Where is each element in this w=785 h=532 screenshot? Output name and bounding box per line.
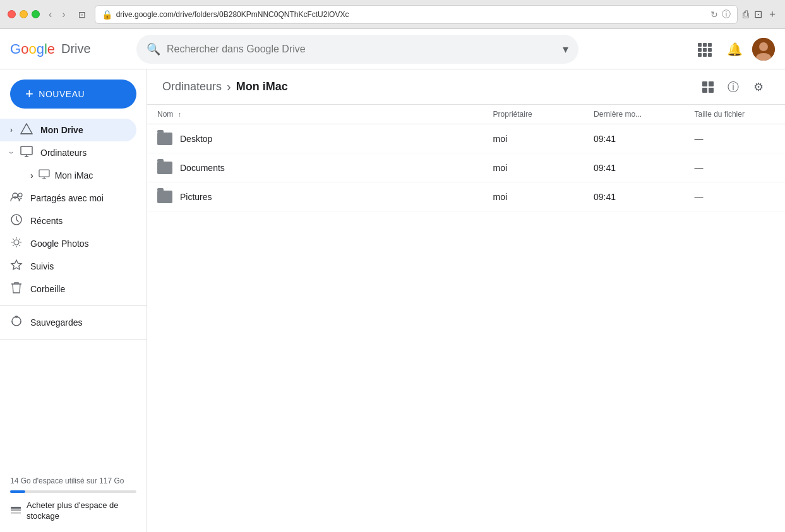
sidebar-item-starred[interactable]: Suivis [0, 255, 136, 278]
google-drive-app: Google Drive 🔍 ▾ [0, 29, 785, 532]
sidebar-item-recent[interactable]: Récents [0, 210, 136, 232]
content-area: Ordinateurs › Mon iMac ⓘ [147, 69, 785, 532]
file-table: Nom ↑ Propriétaire Dernière mo... Taille… [147, 105, 785, 211]
info-icon: ⓘ [728, 80, 739, 95]
file-list: Nom ↑ Propriétaire Dernière mo... Taille… [147, 105, 785, 532]
file-table-body: Desktop moi 09:41 — Documents [147, 124, 785, 211]
browser-actions: ⎙ ⊡ ＋ [743, 8, 777, 21]
svg-point-6 [18, 193, 22, 197]
col-header-modified[interactable]: Dernière mo... [584, 105, 684, 124]
my-imac-label: Mon iMac [55, 170, 93, 180]
buy-storage-link[interactable]: Acheter plus d'espace de stockage [0, 498, 147, 527]
reading-list-button[interactable]: ⊡ [754, 8, 762, 20]
settings-button[interactable]: ⚙ [747, 76, 770, 98]
search-dropdown-icon[interactable]: ▾ [563, 42, 568, 56]
backups-label: Sauvegardes [30, 317, 126, 328]
sidebar-item-my-imac[interactable]: › Mon iMac [0, 164, 136, 187]
svg-point-1 [759, 42, 768, 51]
folder-icon [157, 162, 172, 174]
new-tab-button[interactable]: ＋ [767, 8, 777, 21]
file-size: — [685, 124, 785, 153]
url-text: drive.google.com/drive/folders/0B280KPmN… [116, 10, 707, 19]
computers-expand-icon: › [7, 151, 16, 154]
file-name-cell: Pictures [157, 191, 473, 203]
svg-rect-11 [11, 512, 21, 514]
traffic-lights [8, 10, 40, 18]
grid-view-button[interactable] [697, 76, 719, 98]
info-icon[interactable]: ⓘ [722, 9, 731, 20]
folder-icon [157, 191, 172, 203]
file-size: — [685, 182, 785, 211]
file-name: Pictures [180, 192, 212, 202]
info-button[interactable]: ⓘ [722, 76, 745, 98]
storage-area: 14 Go d'espace utilisé sur 117 Go [0, 466, 147, 498]
computers-label: Ordinateurs [40, 148, 126, 158]
sidebar-item-computers[interactable]: › Ordinateurs [0, 141, 136, 164]
table-row[interactable]: Desktop moi 09:41 — [147, 124, 785, 153]
apps-button[interactable] [692, 37, 717, 62]
sidebar-item-backups[interactable]: Sauvegardes [0, 311, 136, 334]
back-button[interactable]: ‹ [45, 8, 56, 21]
file-name: Desktop [180, 134, 212, 144]
search-input[interactable] [167, 44, 556, 55]
my-imac-icon [39, 169, 50, 182]
sidebar-item-shared[interactable]: Partagés avec moi [0, 187, 136, 210]
bell-icon: 🔔 [727, 42, 743, 57]
sidebar-divider-2 [0, 339, 147, 340]
close-window-button[interactable] [8, 10, 16, 18]
forward-button[interactable]: › [58, 8, 69, 21]
share-button[interactable]: ⎙ [743, 9, 749, 20]
table-row[interactable]: Pictures moi 09:41 — [147, 182, 785, 211]
grid-view-icon [702, 81, 714, 93]
svg-rect-3 [21, 146, 32, 155]
storage-bar-background [10, 490, 136, 493]
content-header: Ordinateurs › Mon iMac ⓘ [147, 69, 785, 105]
my-drive-expand-icon: › [10, 126, 13, 134]
shared-icon [10, 192, 23, 205]
settings-icon: ⚙ [753, 80, 764, 94]
file-modified: 09:41 [584, 124, 684, 153]
trash-icon [10, 281, 23, 297]
file-name: Documents [180, 163, 225, 173]
notifications-button[interactable]: 🔔 [722, 37, 747, 62]
search-icon: 🔍 [147, 42, 160, 56]
buy-storage-icon [10, 505, 21, 517]
starred-label: Suivis [30, 261, 126, 271]
address-bar[interactable]: 🔒 drive.google.com/drive/folders/0B280KP… [95, 5, 738, 24]
new-button[interactable]: + NOUVEAU [10, 80, 136, 109]
svg-rect-10 [11, 509, 21, 511]
reload-icon[interactable]: ↻ [710, 9, 718, 20]
svg-rect-4 [39, 170, 49, 177]
folder-icon [157, 133, 172, 145]
sidebar-item-trash[interactable]: Corbeille [0, 278, 136, 300]
my-drive-label: Mon Drive [40, 125, 126, 135]
secure-icon: 🔒 [102, 9, 112, 20]
recent-label: Récents [30, 216, 126, 226]
sort-icon: ↑ [178, 110, 182, 118]
starred-icon [10, 259, 23, 275]
sidebar-item-photos[interactable]: Google Photos [0, 232, 136, 255]
file-owner: moi [483, 182, 584, 211]
file-owner: moi [483, 124, 584, 153]
reader-mode-button[interactable]: ⊡ [75, 8, 90, 21]
main-content: + NOUVEAU › Mon Drive › [0, 69, 785, 532]
search-bar: 🔍 ▾ [136, 35, 578, 64]
new-plus-icon: + [25, 86, 33, 102]
file-table-header: Nom ↑ Propriétaire Dernière mo... Taille… [147, 105, 785, 124]
col-header-name[interactable]: Nom ↑ [147, 105, 483, 124]
photos-icon [10, 236, 23, 252]
user-avatar[interactable] [752, 38, 775, 61]
sidebar-item-my-drive[interactable]: › Mon Drive [0, 119, 136, 141]
breadcrumb-parent[interactable]: Ordinateurs [162, 80, 222, 93]
breadcrumb: Ordinateurs › Mon iMac [162, 80, 288, 94]
storage-bar-fill [10, 490, 25, 493]
maximize-window-button[interactable] [32, 10, 40, 18]
table-row[interactable]: Documents moi 09:41 — [147, 153, 785, 182]
google-logo: Google [10, 41, 55, 57]
shared-label: Partagés avec moi [30, 193, 126, 203]
col-header-owner[interactable]: Propriétaire [483, 105, 584, 124]
buy-storage-text: Acheter plus d'espace de stockage [27, 500, 136, 522]
col-header-size[interactable]: Taille du fichier [685, 105, 785, 124]
sidebar: + NOUVEAU › Mon Drive › [0, 69, 147, 532]
minimize-window-button[interactable] [20, 10, 28, 18]
